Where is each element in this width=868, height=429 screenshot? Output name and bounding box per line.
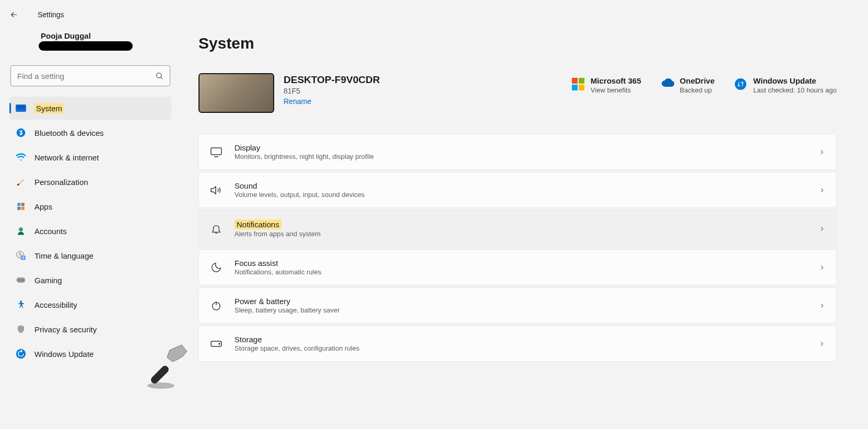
apps-icon: [16, 201, 26, 212]
status-title: Windows Update: [753, 76, 837, 85]
titlebar-label: Settings: [38, 10, 64, 19]
sound-icon: [209, 183, 223, 197]
bluetooth-icon: [16, 127, 26, 138]
user-block[interactable]: Pooja Duggal: [9, 29, 171, 59]
device-name: DESKTOP-F9V0CDR: [284, 74, 380, 86]
back-button[interactable]: [9, 5, 28, 24]
main-content: System DESKTOP-F9V0CDR 81F5 Rename Micro…: [178, 29, 868, 429]
status-sub: View benefits: [591, 86, 641, 94]
status-title: OneDrive: [680, 76, 715, 85]
bell-icon: [209, 222, 223, 236]
nav-accessibility[interactable]: Accessibility: [9, 293, 171, 316]
svg-point-15: [735, 78, 746, 90]
chevron-right-icon: [818, 340, 826, 347]
svg-point-12: [22, 280, 24, 281]
card-title: Power & battery: [234, 297, 818, 306]
device-thumbnail[interactable]: [198, 73, 274, 113]
user-email-redacted: [39, 41, 133, 51]
nav-system[interactable]: System: [9, 97, 171, 120]
card-title: Sound: [234, 181, 818, 190]
nav-label: System: [34, 103, 64, 113]
person-icon: [16, 226, 26, 236]
nav-apps[interactable]: Apps: [9, 195, 171, 218]
sidebar: Pooja Duggal System Bluetooth & devices …: [0, 29, 178, 429]
update-icon: [16, 349, 26, 359]
nav-bluetooth[interactable]: Bluetooth & devices: [9, 121, 171, 144]
nav-time-language[interactable]: Time & language: [9, 244, 171, 267]
power-icon: [209, 299, 223, 312]
nav-network[interactable]: Network & internet: [9, 146, 171, 169]
card-sub: Volume levels, output, input, sound devi…: [234, 191, 818, 199]
device-info: DESKTOP-F9V0CDR 81F5 Rename: [284, 73, 380, 106]
card-title: Display: [234, 143, 818, 152]
card-display[interactable]: Display Monitors, brightness, night ligh…: [198, 134, 837, 170]
status-sub: Last checked: 10 hours ago: [753, 86, 837, 94]
status-title: Microsoft 365: [591, 76, 641, 85]
nav-label: Gaming: [34, 276, 62, 285]
status-windows-update[interactable]: Windows Update Last checked: 10 hours ag…: [734, 76, 837, 94]
svg-rect-3: [17, 203, 20, 206]
moon-icon: [209, 261, 223, 274]
search-input[interactable]: [17, 72, 155, 80]
nav-windows-update[interactable]: Windows Update: [9, 342, 171, 365]
svg-rect-6: [21, 207, 25, 210]
card-sound[interactable]: Sound Volume levels, output, input, soun…: [198, 172, 837, 208]
brush-icon: [16, 177, 26, 187]
nav-gaming[interactable]: Gaming: [9, 269, 171, 292]
card-sub: Alerts from apps and system: [234, 230, 818, 238]
card-focus-assist[interactable]: Focus assist Notifications, automatic ru…: [198, 249, 837, 285]
nav-label: Accessibility: [34, 300, 77, 309]
nav-accounts[interactable]: Accounts: [9, 219, 171, 242]
nav-label: Apps: [34, 202, 52, 211]
chevron-right-icon: [818, 302, 826, 309]
rename-link[interactable]: Rename: [284, 97, 311, 106]
microsoft-logo-icon: [572, 78, 584, 90]
device-model: 81F5: [284, 87, 380, 95]
clock-globe-icon: [16, 250, 26, 261]
titlebar: Settings: [0, 0, 868, 29]
wifi-icon: [16, 152, 26, 163]
card-title: Focus assist: [234, 259, 818, 268]
status-onedrive[interactable]: OneDrive Backed up: [661, 76, 715, 94]
svg-rect-16: [211, 148, 221, 155]
status-microsoft365[interactable]: Microsoft 365 View benefits: [572, 76, 641, 94]
display-icon: [209, 145, 223, 159]
card-title: Storage: [234, 335, 818, 344]
nav-label: Personalization: [34, 178, 88, 187]
svg-point-13: [20, 300, 22, 303]
svg-point-0: [157, 73, 161, 78]
card-notifications[interactable]: Notifications Alerts from apps and syste…: [198, 210, 837, 247]
nav-privacy[interactable]: Privacy & security: [9, 318, 171, 341]
card-sub: Sleep, battery usage, battery saver: [234, 306, 818, 314]
card-power-battery[interactable]: Power & battery Sleep, battery usage, ba…: [198, 287, 837, 323]
svg-rect-4: [21, 203, 25, 206]
card-storage[interactable]: Storage Storage space, drives, configura…: [198, 326, 837, 362]
card-sub: Monitors, brightness, night light, displ…: [234, 153, 818, 160]
card-title: Notifications: [234, 219, 281, 229]
accessibility-icon: [16, 299, 26, 310]
update-sync-icon: [734, 78, 747, 90]
nav-label: Privacy & security: [34, 325, 97, 334]
card-sub: Storage space, drives, configuration rul…: [234, 344, 818, 352]
shield-icon: [16, 324, 26, 334]
device-row: DESKTOP-F9V0CDR 81F5 Rename Microsoft 36…: [198, 73, 837, 113]
svg-rect-10: [17, 277, 26, 283]
user-name: Pooja Duggal: [41, 31, 167, 40]
nav-label: Time & language: [34, 251, 93, 260]
gamepad-icon: [16, 275, 26, 285]
nav-label: Windows Update: [34, 350, 93, 358]
chevron-right-icon: [818, 264, 826, 271]
system-icon: [16, 103, 26, 113]
chevron-right-icon: [818, 148, 826, 156]
svg-point-11: [18, 280, 20, 281]
chevron-right-icon: [818, 225, 826, 233]
nav-label: Accounts: [34, 227, 67, 236]
search-box[interactable]: [10, 65, 170, 86]
chevron-right-icon: [818, 187, 826, 194]
nav-personalization[interactable]: Personalization: [9, 170, 171, 193]
svg-point-7: [19, 227, 23, 231]
svg-point-2: [17, 183, 19, 185]
storage-icon: [209, 337, 223, 351]
card-sub: Notifications, automatic rules: [234, 268, 818, 276]
arrow-left-icon: [9, 10, 19, 19]
